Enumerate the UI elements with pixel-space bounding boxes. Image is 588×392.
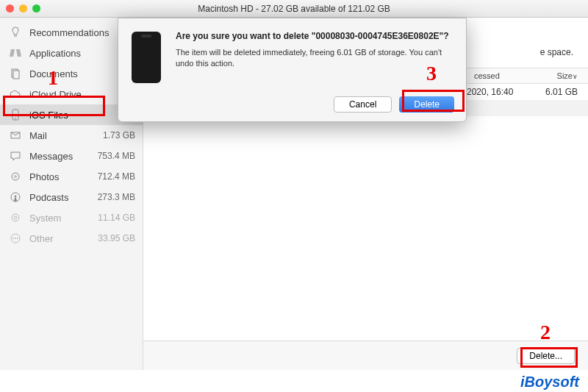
- mail-icon: [9, 129, 22, 142]
- sidebar-item-other[interactable]: Other 33.95 GB: [0, 228, 143, 249]
- delete-button[interactable]: Delete...: [517, 348, 575, 364]
- cell-date: 2020, 16:40: [459, 87, 540, 97]
- sidebar-size: 1.73 GB: [103, 130, 135, 140]
- cell-size: 6.01 GB: [540, 87, 588, 97]
- podcast-icon: [9, 190, 22, 204]
- titlebar: Macintosh HD - 27.02 GB available of 121…: [0, 0, 588, 18]
- iphone-icon: [132, 32, 161, 83]
- footer: Delete...: [143, 341, 588, 370]
- phone-icon: [9, 108, 22, 121]
- messages-icon: [9, 149, 22, 163]
- window-controls: [6, 4, 40, 13]
- sidebar-label: Other: [29, 233, 98, 244]
- sidebar-item-photos[interactable]: Photos 712.4 MB: [0, 166, 143, 187]
- gear-icon: [9, 211, 22, 224]
- confirm-dialog: Are you sure you want to delete "0000803…: [118, 18, 467, 122]
- sidebar-label: System: [29, 213, 98, 224]
- dialog-delete-button[interactable]: Delete: [399, 96, 454, 113]
- documents-icon: [9, 67, 22, 80]
- sidebar-label: Photos: [29, 171, 98, 182]
- sidebar-label: iOS Files: [29, 110, 130, 121]
- sidebar-size: 33.95 GB: [98, 233, 135, 243]
- sidebar-item-mail[interactable]: Mail 1.73 GB: [0, 125, 143, 146]
- cloud-icon: [9, 88, 22, 101]
- svg-point-10: [14, 216, 17, 219]
- col-size[interactable]: Size∨: [540, 71, 588, 80]
- dialog-heading: Are you sure you want to delete "0000803…: [176, 30, 453, 43]
- lightbulb-icon: [9, 26, 22, 39]
- sidebar-label: Documents: [29, 68, 130, 79]
- maximize-icon[interactable]: [32, 4, 40, 13]
- cancel-button[interactable]: Cancel: [334, 96, 392, 113]
- available-text: e space.: [540, 47, 573, 57]
- svg-point-6: [14, 175, 17, 178]
- sidebar-item-podcasts[interactable]: Podcasts 273.3 MB: [0, 187, 143, 207]
- sidebar-size: 273.3 MB: [98, 192, 135, 202]
- sidebar-item-messages[interactable]: Messages 753.4 MB: [0, 146, 143, 166]
- sidebar-size: 753.4 MB: [98, 151, 135, 161]
- apps-icon: [9, 46, 22, 60]
- svg-point-14: [17, 238, 18, 239]
- sidebar-label: Mail: [29, 130, 103, 141]
- table-stripes: [143, 100, 588, 341]
- svg-point-12: [12, 238, 14, 239]
- dialog-body: The item will be deleted immediately, fr…: [176, 47, 453, 70]
- sidebar-size: 712.4 MB: [98, 171, 135, 182]
- other-icon: [9, 232, 22, 245]
- sidebar-label: Messages: [29, 151, 98, 162]
- svg-rect-1: [13, 71, 19, 79]
- svg-point-13: [15, 238, 16, 239]
- svg-point-8: [15, 196, 17, 198]
- watermark: iBoysoft: [520, 374, 579, 391]
- photos-icon: [9, 170, 22, 183]
- col-accessed[interactable]: cessed: [459, 71, 540, 80]
- sidebar-item-system[interactable]: System 11.14 GB: [0, 207, 143, 228]
- sidebar-size: 11.14 GB: [98, 213, 135, 223]
- sidebar-label: Podcasts: [29, 192, 98, 203]
- close-icon[interactable]: [6, 4, 14, 13]
- svg-point-9: [12, 214, 19, 221]
- svg-point-3: [15, 118, 16, 119]
- window-title: Macintosh HD - 27.02 GB available of 121…: [198, 4, 390, 14]
- minimize-icon[interactable]: [19, 4, 27, 13]
